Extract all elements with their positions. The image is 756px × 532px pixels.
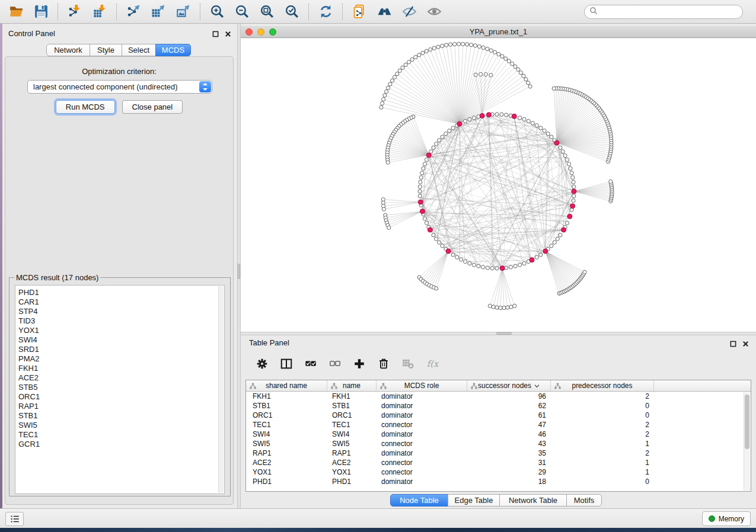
float-panel-icon[interactable] [212, 29, 219, 40]
table-settings-button[interactable] [251, 354, 273, 374]
criterion-dropdown[interactable]: largest connected component (undirected) [27, 80, 212, 94]
column-header-predecessor-nodes[interactable]: predecessor nodes [551, 380, 654, 391]
window-close-icon[interactable] [245, 28, 253, 36]
horizontal-splitter[interactable] [241, 332, 756, 335]
horizontal-splitter-handle[interactable] [496, 332, 512, 335]
table-row[interactable]: SWI5SWI5connector431 [246, 439, 751, 448]
mcds-hub-node[interactable] [554, 140, 559, 145]
show-eye-button[interactable] [422, 2, 446, 22]
result-list-scrollbar[interactable] [218, 286, 224, 493]
close-panel-button[interactable]: Close panel [122, 100, 183, 114]
mcds-hub-node[interactable] [543, 249, 548, 254]
search-network-button[interactable] [372, 2, 397, 22]
save-button[interactable] [28, 2, 53, 22]
result-list-item[interactable]: TEC1 [18, 430, 224, 440]
result-list-item[interactable]: SRD1 [18, 345, 224, 354]
table-row[interactable]: FKH1FKH1dominator962 [246, 392, 751, 401]
result-list-item[interactable]: SWI5 [18, 421, 224, 430]
result-list-item[interactable]: ORC1 [18, 392, 224, 402]
mcds-hub-node[interactable] [562, 227, 566, 232]
table-scrollbar[interactable] [744, 392, 750, 491]
import-table-button[interactable] [87, 2, 112, 22]
mcds-hub-node[interactable] [426, 153, 431, 158]
table-row[interactable]: TEC1TEC1connector472 [246, 420, 751, 430]
column-header-successor-nodes[interactable]: successor nodes [467, 380, 551, 391]
result-list-item[interactable]: YOX1 [18, 326, 224, 335]
table-tab-motifs[interactable]: Motifs [566, 494, 602, 507]
share-document-button[interactable] [347, 2, 372, 22]
table-scrollbar-thumb[interactable] [745, 395, 749, 449]
float-table-panel-icon[interactable] [730, 339, 736, 350]
deselect-all-rows-button[interactable] [324, 354, 346, 374]
mcds-result-list[interactable]: PHD1CAR1STP4TID3YOX1SWI4SRD1PMA2FKH1ACE2… [15, 285, 225, 494]
result-list-item[interactable]: FKH1 [18, 364, 224, 373]
result-list-item[interactable]: PHD1 [18, 288, 224, 297]
delete-columns-button[interactable] [373, 354, 394, 374]
mcds-hub-node[interactable] [486, 113, 491, 117]
task-history-button[interactable] [5, 512, 24, 526]
refresh-button[interactable] [313, 2, 338, 22]
table-row[interactable]: STB1STB1dominator620 [246, 401, 751, 411]
run-mcds-button[interactable]: Run MCDS [56, 100, 115, 114]
table-tab-edge-table[interactable]: Edge Table [448, 494, 500, 507]
mcds-hub-node[interactable] [418, 200, 423, 204]
table-row[interactable]: SWI4SWI4dominator462 [246, 430, 751, 439]
close-table-panel-icon[interactable] [742, 339, 749, 350]
tab-style[interactable]: Style [90, 44, 122, 56]
search-input[interactable] [601, 6, 742, 18]
close-panel-icon[interactable] [225, 29, 231, 40]
mcds-hub-node[interactable] [512, 114, 516, 118]
result-list-item[interactable]: STB5 [18, 383, 224, 392]
table-tab-node-table[interactable]: Node Table [390, 494, 448, 507]
table-row[interactable]: YOX1YOX1connector291 [246, 467, 751, 477]
memory-button[interactable]: Memory [702, 511, 751, 526]
window-zoom-icon[interactable] [269, 28, 276, 36]
result-list-item[interactable]: SWI4 [18, 335, 224, 345]
import-network-button[interactable] [62, 2, 87, 22]
mcds-hub-node[interactable] [529, 258, 534, 262]
mcds-hub-node[interactable] [567, 214, 572, 219]
mcds-hub-node[interactable] [572, 189, 576, 194]
select-all-rows-button[interactable] [300, 354, 321, 374]
result-list-item[interactable]: ACE2 [18, 373, 224, 383]
table-row[interactable]: PHD1PHD1dominator180 [246, 477, 751, 486]
table-row[interactable]: ACE2ACE2connector311 [246, 458, 751, 467]
mcds-hub-node[interactable] [446, 249, 451, 254]
network-view-canvas[interactable] [241, 39, 756, 332]
zoom-selected-button[interactable] [279, 2, 304, 22]
tab-select[interactable]: Select [122, 44, 156, 56]
mcds-hub-node[interactable] [500, 266, 505, 271]
window-minimize-icon[interactable] [257, 28, 264, 36]
mcds-hub-node[interactable] [420, 209, 425, 214]
column-header-name[interactable]: name [327, 380, 377, 391]
result-list-item[interactable]: PMA2 [18, 354, 224, 364]
add-column-button[interactable] [349, 354, 370, 374]
column-header-shared-name[interactable]: shared name [246, 380, 327, 391]
tab-network[interactable]: Network [46, 44, 90, 56]
zoom-in-button[interactable] [205, 2, 229, 22]
mcds-hub-node[interactable] [570, 204, 575, 209]
mcds-hub-node[interactable] [428, 227, 432, 232]
table-row[interactable]: RAP1RAP1dominator352 [246, 448, 751, 458]
result-list-item[interactable]: GCR1 [18, 440, 224, 449]
vertical-splitter-handle[interactable] [238, 264, 240, 279]
open-folder-button[interactable] [4, 2, 28, 22]
result-list-item[interactable]: STB1 [18, 411, 224, 421]
result-list-item[interactable]: RAP1 [18, 402, 224, 411]
export-table-button[interactable] [146, 2, 171, 22]
hide-network-eye-button[interactable] [397, 2, 422, 22]
result-list-item[interactable]: STP4 [18, 307, 224, 316]
split-panel-button[interactable] [276, 354, 297, 374]
table-tab-network-table[interactable]: Network Table [499, 494, 567, 507]
mcds-hub-node[interactable] [457, 121, 462, 126]
result-list-item[interactable]: TID3 [18, 316, 224, 326]
export-image-button[interactable] [171, 2, 196, 22]
mcds-hub-node[interactable] [480, 113, 484, 118]
network-graph[interactable] [241, 39, 756, 332]
table-row[interactable]: ORC1ORC1dominator610 [246, 411, 751, 420]
zoom-out-button[interactable] [229, 2, 254, 22]
column-header-MCDS-role[interactable]: MCDS role [377, 380, 467, 391]
tab-mcds[interactable]: MCDS [155, 44, 191, 56]
export-network-button[interactable] [121, 2, 146, 22]
zoom-fit-content-button[interactable] [254, 2, 279, 22]
